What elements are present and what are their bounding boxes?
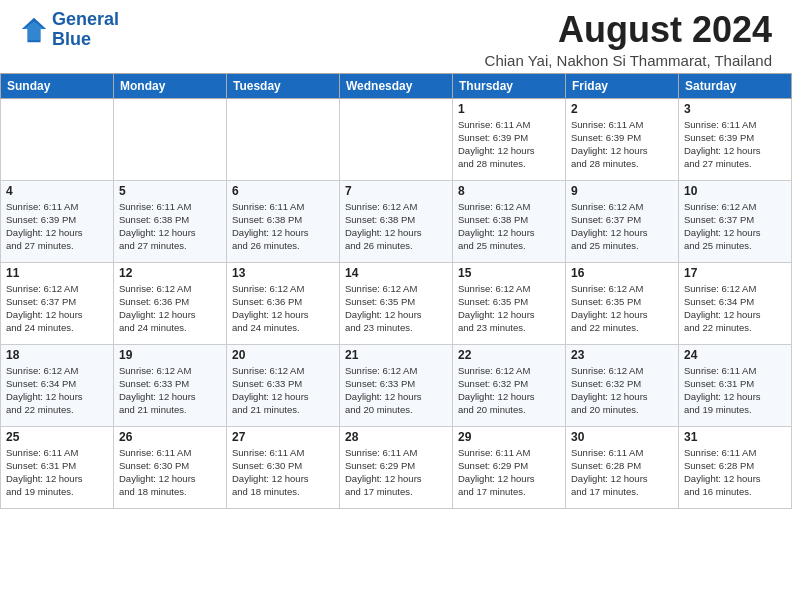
- day-number: 1: [458, 102, 560, 116]
- day-number: 5: [119, 184, 221, 198]
- calendar-cell: 6Sunrise: 6:11 AMSunset: 6:38 PMDaylight…: [227, 180, 340, 262]
- calendar-cell: 20Sunrise: 6:12 AMSunset: 6:33 PMDayligh…: [227, 344, 340, 426]
- calendar-cell: 31Sunrise: 6:11 AMSunset: 6:28 PMDayligh…: [679, 426, 792, 508]
- calendar-cell: 27Sunrise: 6:11 AMSunset: 6:30 PMDayligh…: [227, 426, 340, 508]
- calendar-header-row: SundayMondayTuesdayWednesdayThursdayFrid…: [1, 73, 792, 98]
- calendar-cell: 18Sunrise: 6:12 AMSunset: 6:34 PMDayligh…: [1, 344, 114, 426]
- day-number: 19: [119, 348, 221, 362]
- day-info: Sunrise: 6:12 AMSunset: 6:35 PMDaylight:…: [345, 282, 447, 335]
- day-number: 11: [6, 266, 108, 280]
- calendar-cell: 15Sunrise: 6:12 AMSunset: 6:35 PMDayligh…: [453, 262, 566, 344]
- calendar-cell: 22Sunrise: 6:12 AMSunset: 6:32 PMDayligh…: [453, 344, 566, 426]
- logo: General Blue: [20, 10, 119, 50]
- weekday-header: Saturday: [679, 73, 792, 98]
- day-info: Sunrise: 6:11 AMSunset: 6:30 PMDaylight:…: [119, 446, 221, 499]
- day-info: Sunrise: 6:12 AMSunset: 6:37 PMDaylight:…: [684, 200, 786, 253]
- calendar-cell: 17Sunrise: 6:12 AMSunset: 6:34 PMDayligh…: [679, 262, 792, 344]
- day-info: Sunrise: 6:12 AMSunset: 6:36 PMDaylight:…: [232, 282, 334, 335]
- calendar-cell: 21Sunrise: 6:12 AMSunset: 6:33 PMDayligh…: [340, 344, 453, 426]
- day-info: Sunrise: 6:11 AMSunset: 6:31 PMDaylight:…: [6, 446, 108, 499]
- weekday-header: Friday: [566, 73, 679, 98]
- calendar-cell: 13Sunrise: 6:12 AMSunset: 6:36 PMDayligh…: [227, 262, 340, 344]
- logo-line1: General: [52, 10, 119, 30]
- calendar-cell: 30Sunrise: 6:11 AMSunset: 6:28 PMDayligh…: [566, 426, 679, 508]
- day-info: Sunrise: 6:11 AMSunset: 6:28 PMDaylight:…: [571, 446, 673, 499]
- day-info: Sunrise: 6:12 AMSunset: 6:38 PMDaylight:…: [345, 200, 447, 253]
- calendar-cell: 4Sunrise: 6:11 AMSunset: 6:39 PMDaylight…: [1, 180, 114, 262]
- day-number: 12: [119, 266, 221, 280]
- day-info: Sunrise: 6:11 AMSunset: 6:30 PMDaylight:…: [232, 446, 334, 499]
- month-title: August 2024: [485, 10, 772, 50]
- calendar-cell: [340, 98, 453, 180]
- day-number: 18: [6, 348, 108, 362]
- day-info: Sunrise: 6:12 AMSunset: 6:32 PMDaylight:…: [458, 364, 560, 417]
- calendar-cell: 16Sunrise: 6:12 AMSunset: 6:35 PMDayligh…: [566, 262, 679, 344]
- day-info: Sunrise: 6:12 AMSunset: 6:33 PMDaylight:…: [119, 364, 221, 417]
- calendar-week-row: 4Sunrise: 6:11 AMSunset: 6:39 PMDaylight…: [1, 180, 792, 262]
- calendar-cell: 9Sunrise: 6:12 AMSunset: 6:37 PMDaylight…: [566, 180, 679, 262]
- day-info: Sunrise: 6:11 AMSunset: 6:39 PMDaylight:…: [684, 118, 786, 171]
- day-info: Sunrise: 6:12 AMSunset: 6:38 PMDaylight:…: [458, 200, 560, 253]
- day-number: 4: [6, 184, 108, 198]
- day-info: Sunrise: 6:11 AMSunset: 6:31 PMDaylight:…: [684, 364, 786, 417]
- day-number: 24: [684, 348, 786, 362]
- weekday-header: Wednesday: [340, 73, 453, 98]
- calendar-cell: 8Sunrise: 6:12 AMSunset: 6:38 PMDaylight…: [453, 180, 566, 262]
- calendar-cell: 25Sunrise: 6:11 AMSunset: 6:31 PMDayligh…: [1, 426, 114, 508]
- calendar-week-row: 25Sunrise: 6:11 AMSunset: 6:31 PMDayligh…: [1, 426, 792, 508]
- calendar-cell: 24Sunrise: 6:11 AMSunset: 6:31 PMDayligh…: [679, 344, 792, 426]
- day-info: Sunrise: 6:12 AMSunset: 6:37 PMDaylight:…: [571, 200, 673, 253]
- day-number: 29: [458, 430, 560, 444]
- calendar-cell: [114, 98, 227, 180]
- weekday-header: Monday: [114, 73, 227, 98]
- calendar-cell: 28Sunrise: 6:11 AMSunset: 6:29 PMDayligh…: [340, 426, 453, 508]
- day-info: Sunrise: 6:11 AMSunset: 6:39 PMDaylight:…: [458, 118, 560, 171]
- page-header: General Blue August 2024 Chian Yai, Nakh…: [0, 0, 792, 73]
- calendar-cell: 14Sunrise: 6:12 AMSunset: 6:35 PMDayligh…: [340, 262, 453, 344]
- day-number: 28: [345, 430, 447, 444]
- day-info: Sunrise: 6:12 AMSunset: 6:33 PMDaylight:…: [345, 364, 447, 417]
- weekday-header: Tuesday: [227, 73, 340, 98]
- day-number: 9: [571, 184, 673, 198]
- day-number: 10: [684, 184, 786, 198]
- calendar-cell: 1Sunrise: 6:11 AMSunset: 6:39 PMDaylight…: [453, 98, 566, 180]
- day-number: 6: [232, 184, 334, 198]
- day-info: Sunrise: 6:11 AMSunset: 6:28 PMDaylight:…: [684, 446, 786, 499]
- day-number: 22: [458, 348, 560, 362]
- calendar-cell: 26Sunrise: 6:11 AMSunset: 6:30 PMDayligh…: [114, 426, 227, 508]
- day-number: 8: [458, 184, 560, 198]
- location-title: Chian Yai, Nakhon Si Thammarat, Thailand: [485, 52, 772, 69]
- calendar-cell: 11Sunrise: 6:12 AMSunset: 6:37 PMDayligh…: [1, 262, 114, 344]
- day-info: Sunrise: 6:12 AMSunset: 6:33 PMDaylight:…: [232, 364, 334, 417]
- day-info: Sunrise: 6:12 AMSunset: 6:34 PMDaylight:…: [6, 364, 108, 417]
- calendar-cell: [1, 98, 114, 180]
- logo-icon: [20, 16, 48, 44]
- day-info: Sunrise: 6:12 AMSunset: 6:32 PMDaylight:…: [571, 364, 673, 417]
- day-number: 15: [458, 266, 560, 280]
- day-info: Sunrise: 6:12 AMSunset: 6:34 PMDaylight:…: [684, 282, 786, 335]
- day-info: Sunrise: 6:11 AMSunset: 6:38 PMDaylight:…: [119, 200, 221, 253]
- day-info: Sunrise: 6:12 AMSunset: 6:36 PMDaylight:…: [119, 282, 221, 335]
- day-number: 16: [571, 266, 673, 280]
- calendar-cell: 10Sunrise: 6:12 AMSunset: 6:37 PMDayligh…: [679, 180, 792, 262]
- svg-marker-1: [24, 21, 45, 40]
- day-number: 27: [232, 430, 334, 444]
- day-number: 3: [684, 102, 786, 116]
- calendar-week-row: 11Sunrise: 6:12 AMSunset: 6:37 PMDayligh…: [1, 262, 792, 344]
- logo-line2: Blue: [52, 30, 119, 50]
- day-number: 20: [232, 348, 334, 362]
- title-block: August 2024 Chian Yai, Nakhon Si Thammar…: [485, 10, 772, 69]
- calendar-table: SundayMondayTuesdayWednesdayThursdayFrid…: [0, 73, 792, 509]
- calendar-cell: 12Sunrise: 6:12 AMSunset: 6:36 PMDayligh…: [114, 262, 227, 344]
- calendar-cell: 3Sunrise: 6:11 AMSunset: 6:39 PMDaylight…: [679, 98, 792, 180]
- day-info: Sunrise: 6:12 AMSunset: 6:35 PMDaylight:…: [571, 282, 673, 335]
- day-info: Sunrise: 6:11 AMSunset: 6:29 PMDaylight:…: [458, 446, 560, 499]
- day-number: 13: [232, 266, 334, 280]
- calendar-week-row: 1Sunrise: 6:11 AMSunset: 6:39 PMDaylight…: [1, 98, 792, 180]
- weekday-header: Sunday: [1, 73, 114, 98]
- day-number: 25: [6, 430, 108, 444]
- day-number: 7: [345, 184, 447, 198]
- day-info: Sunrise: 6:11 AMSunset: 6:39 PMDaylight:…: [571, 118, 673, 171]
- day-info: Sunrise: 6:11 AMSunset: 6:38 PMDaylight:…: [232, 200, 334, 253]
- calendar-cell: 2Sunrise: 6:11 AMSunset: 6:39 PMDaylight…: [566, 98, 679, 180]
